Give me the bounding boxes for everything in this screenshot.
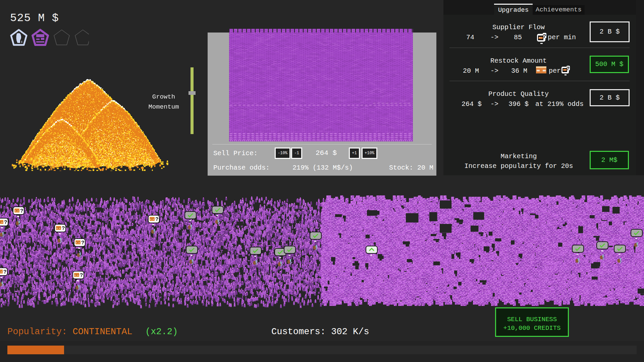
svg-text:?: ? (567, 66, 570, 72)
svg-text:?: ? (543, 33, 546, 40)
